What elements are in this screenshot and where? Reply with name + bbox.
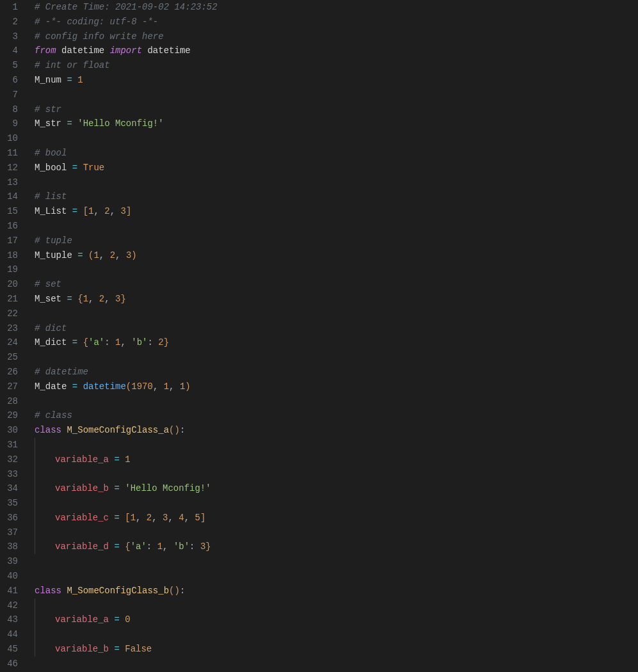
code-line[interactable]: M_date = datetime(1970, 1, 1) [35,380,638,394]
variable: M_List [35,206,67,216]
code-line[interactable]: # Create Time: 2021-09-02 14:23:52 [35,0,638,15]
number: 1 [77,75,83,85]
code-line[interactable]: M_List = [1, 2, 3] [35,204,638,219]
code-line[interactable] [35,496,638,511]
code-line[interactable] [35,307,638,321]
indent-guide [35,467,35,482]
code-line[interactable] [35,657,638,671]
code-line[interactable]: M_dict = {'a': 1, 'b': 2} [35,335,638,350]
brace: { [125,541,130,552]
code-line[interactable]: # class [35,408,638,423]
line-number: 33 [0,467,18,482]
line-number: 10 [0,131,18,146]
code-line[interactable] [35,438,638,452]
code-line[interactable] [35,569,638,584]
code-line[interactable]: class M_SomeConfigClass_a(): [35,423,638,438]
string: 'Hello Mconfig!' [77,118,163,129]
bracket: ] [126,206,131,216]
code-line[interactable]: variable_a = 0 [35,612,638,627]
code-line[interactable] [35,467,638,482]
variable: M_date [35,381,67,392]
code-line[interactable]: # int or float [35,58,638,73]
code-line[interactable] [35,627,638,642]
paren: () [169,425,180,435]
code-line[interactable]: # list [35,189,638,204]
code-line[interactable]: # dict [35,321,638,336]
code-line[interactable]: M_set = {1, 2, 3} [35,292,638,307]
variable: variable_a [55,454,109,465]
code-line[interactable]: M_str = 'Hello Mconfig!' [35,116,638,131]
code-editor[interactable]: 1 2 3 4 5 6 7 8 9 10 11 12 13 14 15 16 1… [0,0,638,672]
boolean: True [83,163,105,173]
comment: # set [35,279,61,289]
operator: = [67,381,83,392]
comment: # config info write here [35,31,164,42]
code-line[interactable]: variable_d = {'a': 1, 'b': 3} [35,540,638,554]
brace: } [120,294,125,304]
code-line[interactable]: variable_c = [1, 2, 3, 4, 5] [35,511,638,525]
punctuation: : [180,425,185,435]
line-number: 40 [0,569,18,584]
brace: { [83,337,88,348]
punctuation: , [168,513,179,523]
code-line[interactable] [35,598,638,613]
keyword: import [110,45,142,56]
variable: M_tuple [35,250,72,260]
code-line[interactable]: # set [35,277,638,292]
variable: variable_b [55,483,109,493]
code-line[interactable]: # str [35,102,638,117]
variable: variable_b [55,644,109,654]
punctuation: , [120,337,131,348]
brace: } [164,337,169,348]
code-line[interactable]: variable_a = 1 [35,452,638,467]
operator: = [109,541,125,552]
code-line[interactable] [35,131,638,146]
code-line[interactable]: M_bool = True [35,161,638,175]
comment: # dict [35,323,67,333]
comment: # -*- coding: utf-8 -*- [35,17,158,27]
punctuation: , [88,294,99,304]
operator: = [109,483,125,493]
line-number: 9 [0,116,18,131]
code-line[interactable]: M_tuple = (1, 2, 3) [35,248,638,263]
number: 1 [93,250,99,260]
code-line[interactable] [35,219,638,234]
code-line[interactable] [35,175,638,190]
line-number: 46 [0,657,18,671]
code-line[interactable]: class M_SomeConfigClass_b(): [35,584,638,598]
operator: = [109,513,125,523]
punctuation: , [104,294,115,304]
code-area[interactable]: # Create Time: 2021-09-02 14:23:52 # -*-… [27,0,638,672]
code-line[interactable] [35,350,638,365]
class-name: M_SomeConfigClass_b [67,586,169,596]
operator: = [61,118,77,129]
code-line[interactable] [35,394,638,409]
code-line[interactable]: # datetime [35,365,638,380]
code-line[interactable]: variable_b = 'Hello Mconfig!' [35,481,638,496]
variable: M_dict [35,337,67,348]
line-number: 5 [0,58,18,73]
code-line[interactable]: # bool [35,146,638,161]
code-line[interactable] [35,525,638,540]
module: datetime [61,45,104,56]
paren: ) [131,250,136,260]
line-number: 16 [0,219,18,234]
code-line[interactable] [35,262,638,277]
comment: # str [35,104,61,115]
code-line[interactable]: variable_b = False [35,642,638,657]
code-line[interactable]: # config info write here [35,29,638,44]
bracket: [ [83,206,88,216]
comment: # bool [35,148,67,158]
code-line[interactable] [35,88,638,102]
line-number: 7 [0,88,18,102]
code-line[interactable]: # -*- coding: utf-8 -*- [35,15,638,29]
line-number: 2 [0,15,18,29]
code-line[interactable]: from datetime import datetime [35,44,638,58]
line-number: 21 [0,292,18,307]
code-line[interactable]: M_num = 1 [35,73,638,88]
code-line[interactable]: # tuple [35,234,638,248]
code-line[interactable] [35,554,638,569]
comment: # class [35,410,72,420]
punctuation: : [189,541,200,552]
indent-guide [35,642,55,657]
